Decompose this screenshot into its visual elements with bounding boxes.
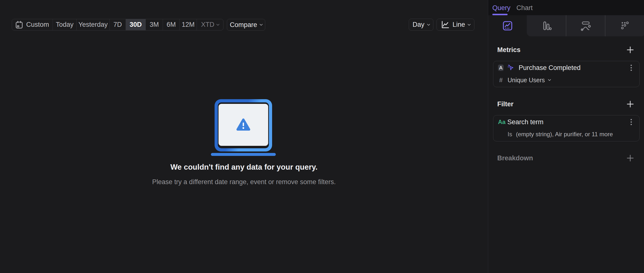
filter-property-name: Search term xyxy=(507,118,544,126)
plus-icon xyxy=(626,46,634,53)
metric-event-row[interactable]: A Purchase Completed xyxy=(498,64,622,71)
viz-tab-bars[interactable] xyxy=(527,15,566,36)
chevron-down-icon xyxy=(468,22,471,26)
compare-label: Compare xyxy=(230,21,257,29)
date-range-7d[interactable]: 7D xyxy=(110,19,126,30)
chevron-down-icon xyxy=(260,22,263,26)
date-range-3m[interactable]: 3M xyxy=(146,19,163,30)
date-range-label: 12M xyxy=(182,21,195,28)
aggregation-symbol: # xyxy=(499,77,508,84)
viz-tab-retention[interactable] xyxy=(605,15,644,36)
filter-operator: Is xyxy=(508,131,516,138)
metrics-heading: Metrics xyxy=(497,46,520,54)
line-chart-icon xyxy=(441,20,450,29)
add-metric-button[interactable] xyxy=(626,46,634,53)
plus-icon xyxy=(626,100,634,108)
tab-query[interactable]: Query xyxy=(492,4,510,12)
date-range-label: 30D xyxy=(130,21,142,28)
metric-aggregation-selector[interactable]: # Unique Users xyxy=(499,76,622,84)
add-filter-button[interactable] xyxy=(626,100,634,108)
granularity-button[interactable]: Day xyxy=(409,19,433,31)
granularity-label: Day xyxy=(412,21,424,28)
date-range-label: 6M xyxy=(167,21,176,28)
empty-state-title: We couldn't find any data for your query… xyxy=(0,163,488,172)
compare-button[interactable]: Compare xyxy=(227,19,265,31)
date-range-today[interactable]: Today xyxy=(52,19,76,30)
string-type-icon: Aa xyxy=(498,119,507,125)
event-spark-icon xyxy=(508,65,514,71)
filter-options-kebab[interactable] xyxy=(630,119,632,125)
chevron-down-icon xyxy=(216,22,220,26)
empty-state-subtitle: Please try a different date range, event… xyxy=(0,178,488,186)
date-range-12m[interactable]: 12M xyxy=(180,19,197,30)
filter-values: (empty string), Air purifier, or 11 more xyxy=(516,131,613,138)
metric-card: A Purchase Completed # Unique Users xyxy=(493,61,640,87)
insights-report-app: Custom Today Yesterday 7D 30D 3M 6M 12M xyxy=(0,0,644,273)
laptop-screen xyxy=(218,104,268,146)
chart-type-button[interactable]: Line xyxy=(436,19,474,31)
laptop-base xyxy=(211,153,276,156)
retention-icon xyxy=(619,20,631,32)
add-breakdown-button[interactable] xyxy=(626,154,634,162)
filter-card: Aa Search term Is (empty string), Air pu… xyxy=(493,115,640,141)
date-range-toolbar: Custom Today Yesterday 7D 30D 3M 6M 12M xyxy=(12,19,224,30)
aggregation-label: Unique Users xyxy=(508,77,545,84)
filter-condition-row[interactable]: Is (empty string), Air purifier, or 11 m… xyxy=(499,131,622,138)
filter-property-row[interactable]: Aa Search term xyxy=(498,119,622,125)
date-range-30d-selected[interactable]: 30D xyxy=(126,19,146,30)
date-range-xtd-dropdown[interactable]: XTD xyxy=(197,19,223,30)
date-range-label: XTD xyxy=(201,21,214,28)
kebab-icon xyxy=(630,119,632,125)
viz-tab-insights-active[interactable] xyxy=(488,15,527,36)
bar-chart-icon xyxy=(540,20,552,32)
warning-triangle-icon xyxy=(236,118,251,132)
date-range-label: 7D xyxy=(113,21,122,28)
visualization-tabs xyxy=(488,15,644,36)
date-range-6m[interactable]: 6M xyxy=(163,19,180,30)
date-range-custom[interactable]: Custom xyxy=(12,19,52,30)
tab-chart[interactable]: Chart xyxy=(516,4,533,12)
chevron-down-icon xyxy=(427,22,430,26)
breakdown-heading: Breakdown xyxy=(497,154,533,162)
metric-letter-badge: A xyxy=(498,65,504,71)
sidebar-header: Query Chart xyxy=(488,0,644,15)
flows-icon xyxy=(580,20,592,32)
plus-icon xyxy=(626,154,634,162)
date-range-label: 3M xyxy=(150,21,159,28)
report-canvas: Custom Today Yesterday 7D 30D 3M 6M 12M xyxy=(0,0,488,273)
date-range-label: Today xyxy=(56,21,74,28)
insights-icon xyxy=(502,20,514,32)
date-range-label: Yesterday xyxy=(78,21,108,28)
calendar-icon xyxy=(16,21,23,29)
kebab-icon xyxy=(630,65,632,71)
query-sidebar: Query Chart xyxy=(488,0,644,273)
chart-type-label: Line xyxy=(452,21,465,28)
chevron-down-icon xyxy=(548,78,551,81)
no-data-illustration xyxy=(214,99,272,151)
filter-heading: Filter xyxy=(497,100,514,108)
metric-options-kebab[interactable] xyxy=(630,65,632,71)
date-range-yesterday[interactable]: Yesterday xyxy=(76,19,110,30)
viz-tab-flows[interactable] xyxy=(566,15,605,36)
metric-event-name: Purchase Completed xyxy=(519,64,580,72)
date-range-label: Custom xyxy=(26,21,49,28)
